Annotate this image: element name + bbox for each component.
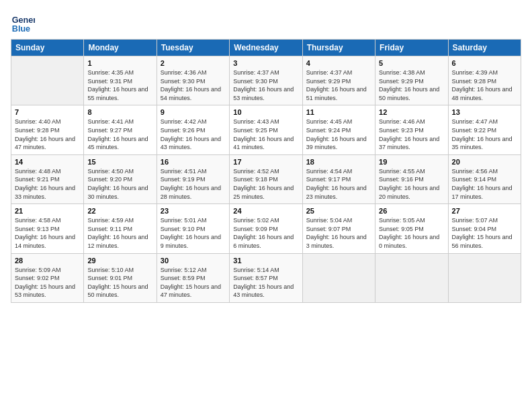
day-number: 1 [87, 59, 152, 67]
day-number: 17 [233, 158, 298, 166]
day-cell [375, 253, 448, 302]
day-cell: 11Sunrise: 4:45 AMSunset: 9:24 PMDayligh… [302, 105, 375, 154]
day-number: 20 [452, 158, 517, 166]
week-row-2: 7Sunrise: 4:40 AMSunset: 9:28 PMDaylight… [11, 105, 521, 154]
day-info: Sunrise: 5:01 AMSunset: 9:10 PMDaylight:… [161, 216, 226, 250]
day-number: 10 [233, 108, 298, 116]
day-info: Sunrise: 4:58 AMSunset: 9:13 PMDaylight:… [15, 216, 80, 250]
day-cell: 31Sunrise: 5:14 AMSunset: 8:57 PMDayligh… [230, 253, 302, 302]
day-info: Sunrise: 5:09 AMSunset: 9:02 PMDaylight:… [15, 266, 80, 300]
calendar-table: SundayMondayTuesdayWednesdayThursdayFrid… [11, 39, 521, 303]
week-row-3: 14Sunrise: 4:48 AMSunset: 9:21 PMDayligh… [11, 154, 521, 203]
week-row-4: 21Sunrise: 4:58 AMSunset: 9:13 PMDayligh… [11, 204, 521, 253]
day-number: 15 [87, 158, 152, 166]
day-cell: 24Sunrise: 5:02 AMSunset: 9:09 PMDayligh… [230, 204, 302, 253]
day-cell: 4Sunrise: 4:37 AMSunset: 9:29 PMDaylight… [302, 56, 375, 105]
week-row-5: 28Sunrise: 5:09 AMSunset: 9:02 PMDayligh… [11, 253, 521, 302]
day-cell: 22Sunrise: 4:59 AMSunset: 9:11 PMDayligh… [84, 204, 157, 253]
day-number: 28 [15, 257, 80, 265]
day-cell: 5Sunrise: 4:38 AMSunset: 9:29 PMDaylight… [375, 56, 448, 105]
day-info: Sunrise: 4:46 AMSunset: 9:23 PMDaylight:… [379, 118, 444, 151]
day-info: Sunrise: 4:50 AMSunset: 9:20 PMDaylight:… [87, 167, 152, 201]
day-cell: 1Sunrise: 4:35 AMSunset: 9:31 PMDaylight… [84, 56, 157, 105]
day-cell: 19Sunrise: 4:55 AMSunset: 9:16 PMDayligh… [375, 154, 448, 203]
day-info: Sunrise: 4:55 AMSunset: 9:16 PMDaylight:… [379, 167, 444, 201]
day-cell: 10Sunrise: 4:43 AMSunset: 9:25 PMDayligh… [230, 105, 302, 154]
day-cell: 3Sunrise: 4:37 AMSunset: 9:30 PMDaylight… [230, 56, 302, 105]
day-number: 3 [233, 59, 298, 67]
day-cell: 20Sunrise: 4:56 AMSunset: 9:14 PMDayligh… [448, 154, 521, 203]
day-number: 2 [161, 59, 226, 67]
day-number: 7 [15, 108, 80, 116]
day-cell: 17Sunrise: 4:52 AMSunset: 9:18 PMDayligh… [230, 154, 302, 203]
page-container: General Blue SundayMondayTuesdayWednesda… [11, 11, 521, 303]
day-cell: 12Sunrise: 4:46 AMSunset: 9:23 PMDayligh… [375, 105, 448, 154]
day-cell: 7Sunrise: 4:40 AMSunset: 9:28 PMDaylight… [11, 105, 84, 154]
day-number: 13 [452, 108, 517, 116]
day-info: Sunrise: 4:48 AMSunset: 9:21 PMDaylight:… [15, 167, 80, 201]
day-cell: 2Sunrise: 4:36 AMSunset: 9:30 PMDaylight… [157, 56, 229, 105]
day-cell: 16Sunrise: 4:51 AMSunset: 9:19 PMDayligh… [157, 154, 229, 203]
day-info: Sunrise: 4:39 AMSunset: 9:28 PMDaylight:… [452, 68, 517, 102]
day-info: Sunrise: 5:12 AMSunset: 8:59 PMDaylight:… [161, 266, 226, 300]
header-cell-saturday: Saturday [448, 40, 521, 56]
header: General Blue [11, 11, 521, 35]
day-info: Sunrise: 4:42 AMSunset: 9:26 PMDaylight:… [161, 118, 226, 151]
day-cell: 9Sunrise: 4:42 AMSunset: 9:26 PMDaylight… [157, 105, 229, 154]
day-cell [11, 56, 84, 105]
day-info: Sunrise: 4:54 AMSunset: 9:17 PMDaylight:… [306, 167, 371, 201]
day-cell: 15Sunrise: 4:50 AMSunset: 9:20 PMDayligh… [84, 154, 157, 203]
day-cell: 28Sunrise: 5:09 AMSunset: 9:02 PMDayligh… [11, 253, 84, 302]
day-number: 9 [161, 108, 226, 116]
day-info: Sunrise: 5:04 AMSunset: 9:07 PMDaylight:… [306, 216, 371, 250]
day-info: Sunrise: 5:07 AMSunset: 9:04 PMDaylight:… [452, 216, 517, 250]
svg-text:Blue: Blue [12, 24, 30, 34]
day-number: 4 [306, 59, 371, 67]
day-cell: 21Sunrise: 4:58 AMSunset: 9:13 PMDayligh… [11, 204, 84, 253]
day-info: Sunrise: 4:47 AMSunset: 9:22 PMDaylight:… [452, 118, 517, 151]
day-number: 29 [87, 257, 152, 265]
header-cell-wednesday: Wednesday [230, 40, 302, 56]
day-info: Sunrise: 5:02 AMSunset: 9:09 PMDaylight:… [233, 216, 298, 250]
day-number: 14 [15, 158, 80, 166]
header-cell-friday: Friday [375, 40, 448, 56]
logo-icon: General Blue [11, 11, 35, 35]
day-info: Sunrise: 5:10 AMSunset: 9:01 PMDaylight:… [87, 266, 152, 300]
day-cell [448, 253, 521, 302]
day-info: Sunrise: 4:56 AMSunset: 9:14 PMDaylight:… [452, 167, 517, 201]
logo: General Blue [11, 11, 38, 35]
header-cell-monday: Monday [84, 40, 157, 56]
day-cell: 25Sunrise: 5:04 AMSunset: 9:07 PMDayligh… [302, 204, 375, 253]
day-number: 12 [379, 108, 444, 116]
day-info: Sunrise: 4:36 AMSunset: 9:30 PMDaylight:… [161, 68, 226, 102]
day-info: Sunrise: 4:43 AMSunset: 9:25 PMDaylight:… [233, 118, 298, 151]
header-cell-thursday: Thursday [302, 40, 375, 56]
day-info: Sunrise: 4:52 AMSunset: 9:18 PMDaylight:… [233, 167, 298, 201]
day-number: 26 [379, 207, 444, 215]
day-info: Sunrise: 4:59 AMSunset: 9:11 PMDaylight:… [87, 216, 152, 250]
day-cell: 29Sunrise: 5:10 AMSunset: 9:01 PMDayligh… [84, 253, 157, 302]
day-number: 6 [452, 59, 517, 67]
day-number: 11 [306, 108, 371, 116]
day-info: Sunrise: 5:14 AMSunset: 8:57 PMDaylight:… [233, 266, 298, 300]
header-cell-sunday: Sunday [11, 40, 84, 56]
day-number: 8 [87, 108, 152, 116]
day-cell: 23Sunrise: 5:01 AMSunset: 9:10 PMDayligh… [157, 204, 229, 253]
day-number: 22 [87, 207, 152, 215]
day-cell [302, 253, 375, 302]
day-number: 31 [233, 257, 298, 265]
header-row: SundayMondayTuesdayWednesdayThursdayFrid… [11, 40, 521, 56]
day-info: Sunrise: 4:51 AMSunset: 9:19 PMDaylight:… [161, 167, 226, 201]
day-number: 18 [306, 158, 371, 166]
day-number: 25 [306, 207, 371, 215]
day-info: Sunrise: 4:35 AMSunset: 9:31 PMDaylight:… [87, 68, 152, 102]
day-info: Sunrise: 4:45 AMSunset: 9:24 PMDaylight:… [306, 118, 371, 151]
day-number: 23 [161, 207, 226, 215]
day-number: 16 [161, 158, 226, 166]
week-row-1: 1Sunrise: 4:35 AMSunset: 9:31 PMDaylight… [11, 56, 521, 105]
day-number: 21 [15, 207, 80, 215]
day-number: 24 [233, 207, 298, 215]
day-number: 30 [161, 257, 226, 265]
day-info: Sunrise: 4:38 AMSunset: 9:29 PMDaylight:… [379, 68, 444, 102]
day-number: 27 [452, 207, 517, 215]
